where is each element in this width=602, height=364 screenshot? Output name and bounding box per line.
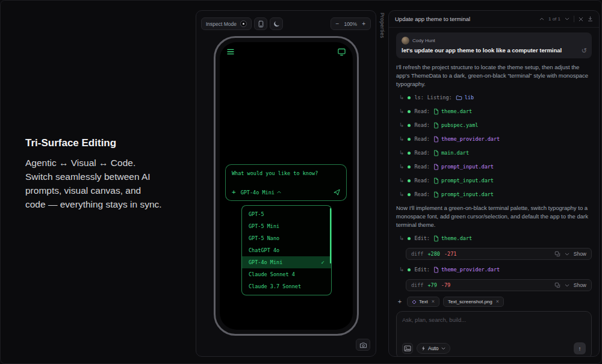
zoom-level: 100% [344, 21, 357, 27]
tool-call-row: ↳ Read: prompt_input.dart [396, 176, 592, 185]
file-chip[interactable]: prompt_input.dart [433, 164, 494, 170]
tool-action-label: Read: [414, 164, 430, 170]
model-option[interactable]: Claude Sonnet 4 [242, 268, 331, 280]
diff-added: +280 [427, 251, 439, 257]
model-selector[interactable]: GPT-4o Mini [241, 190, 281, 196]
file-icon [433, 235, 439, 242]
remove-attachment-icon[interactable]: × [432, 299, 435, 304]
file-icon [433, 177, 439, 184]
show-diff-button[interactable]: Show [574, 282, 586, 288]
phone-mockup: What would you like to know? + GPT-4o Mi… [214, 36, 359, 336]
zoom-in-button[interactable]: + [362, 20, 365, 27]
attachment-chip-screenshot[interactable]: Text_screenshot.png × [443, 297, 504, 307]
file-chip[interactable]: prompt_input.dart [433, 177, 494, 184]
status-dot [408, 268, 411, 271]
attach-icon[interactable]: + [232, 189, 236, 196]
add-attachment-button[interactable]: + [396, 298, 403, 305]
menu-icon[interactable] [227, 49, 234, 55]
send-icon[interactable] [334, 189, 340, 196]
prompt-card: What would you like to know? + GPT-4o Mi… [225, 164, 347, 201]
chevron-down-icon [441, 347, 445, 350]
file-chip[interactable]: theme_provider.dart [433, 267, 500, 273]
branch-arrow-icon: ↳ [399, 164, 404, 170]
copy-icon[interactable] [554, 282, 560, 288]
file-icon [433, 191, 439, 198]
properties-tab[interactable]: Properties [379, 13, 385, 39]
send-button[interactable]: ↑ [574, 342, 586, 354]
file-chip[interactable]: lib [456, 94, 474, 100]
file-chip[interactable]: main.dart [433, 150, 469, 156]
file-name: theme.dart [441, 235, 472, 241]
file-icon [433, 108, 439, 115]
phone-icon [258, 20, 264, 28]
model-option[interactable]: Claude 3.7 Sonnet [242, 280, 331, 292]
diff-label: diff [411, 251, 423, 257]
file-name: prompt_input.dart [441, 177, 494, 184]
next-checkpoint-button[interactable] [565, 17, 569, 20]
status-dot [408, 179, 411, 182]
tool-call-row: ↳ ls: Listing: lib [396, 93, 592, 102]
status-dot [408, 193, 411, 196]
show-diff-button[interactable]: Show [574, 251, 586, 257]
zoom-controls: − 100% + [330, 17, 371, 30]
mode-selector[interactable]: Auto [417, 343, 450, 354]
user-message-card: Cody Hunt let's update our app theme to … [396, 32, 592, 58]
restore-checkpoint-icon[interactable]: ↺ [582, 48, 587, 54]
status-dot [408, 165, 411, 168]
branch-arrow-icon: ↳ [399, 191, 404, 197]
assistant-intro-text: I'll refresh the project structure to lo… [396, 63, 592, 88]
header-divider [574, 16, 574, 22]
check-icon: ✓ [321, 259, 324, 265]
text-widget-icon [412, 300, 417, 304]
inspect-mode-toggle[interactable]: Inspect Mode [201, 17, 252, 30]
collapse-panel-button[interactable] [588, 16, 593, 22]
tool-action-label: ls: [414, 94, 423, 100]
composer-input[interactable] [402, 316, 586, 342]
device-preview-button[interactable] [254, 17, 267, 30]
file-chip[interactable]: pubspec.yaml [433, 122, 478, 129]
file-chip[interactable]: theme.dart [433, 235, 472, 242]
file-name: theme_provider.dart [441, 136, 500, 142]
tool-action-label: Read: [414, 108, 430, 114]
chevron-down-icon[interactable] [565, 253, 569, 256]
dark-mode-button[interactable] [270, 17, 283, 30]
dropdown-scrollbar[interactable] [330, 208, 331, 264]
chevron-down-icon[interactable] [565, 284, 569, 287]
file-chip[interactable]: theme_provider.dart [433, 136, 500, 143]
branch-arrow-icon: ↳ [399, 150, 404, 156]
tool-action-label: Read: [414, 177, 430, 184]
tool-call-row: ↳ Read: theme_provider.dart [396, 135, 592, 143]
close-panel-button[interactable] [579, 17, 583, 22]
model-option[interactable]: GPT-5 Nano [242, 232, 331, 244]
display-icon[interactable] [338, 48, 346, 56]
avatar [402, 37, 409, 45]
remove-attachment-icon[interactable]: × [496, 299, 499, 304]
file-name: pubspec.yaml [441, 122, 478, 128]
status-dot [408, 152, 411, 155]
feature-description: Agentic ↔ Visual ↔ Code. Switch seamless… [25, 156, 163, 212]
tool-note-label: Listing: [427, 94, 452, 100]
file-chip[interactable]: prompt_input.dart [433, 191, 494, 198]
branch-arrow-icon: ↳ [399, 235, 404, 241]
model-option[interactable]: GPT-5 Mini [242, 220, 331, 232]
visual-canvas: Inspect Mode − 100% + What would you lik… [196, 10, 376, 357]
add-image-button[interactable] [402, 343, 413, 354]
status-dot [408, 110, 411, 113]
status-dot [408, 124, 411, 127]
prev-checkpoint-button[interactable] [539, 17, 544, 20]
model-option-selected[interactable]: GPT-4o Mini ✓ [242, 256, 331, 268]
diff-label: diff [411, 282, 423, 288]
model-option[interactable]: GPT-5 [242, 208, 331, 220]
screenshot-button[interactable] [356, 339, 370, 351]
copy-icon[interactable] [554, 251, 560, 257]
zoom-out-button[interactable]: − [336, 20, 340, 27]
composer-controls: Auto ↑ [402, 342, 586, 354]
branch-arrow-icon: ↳ [399, 108, 404, 114]
tool-action-label: Edit: [414, 267, 430, 273]
file-chip[interactable]: theme.dart [433, 108, 472, 115]
inspect-mode-knob-icon[interactable] [240, 20, 247, 27]
model-option[interactable]: ChatGPT 4o [242, 244, 331, 256]
model-dropdown: GPT-5 GPT-5 Mini GPT-5 Nano ChatGPT 4o G… [241, 205, 332, 295]
attachment-label: Text_screenshot.png [448, 299, 492, 304]
attachment-chip-text-widget[interactable]: Text × [407, 297, 439, 307]
